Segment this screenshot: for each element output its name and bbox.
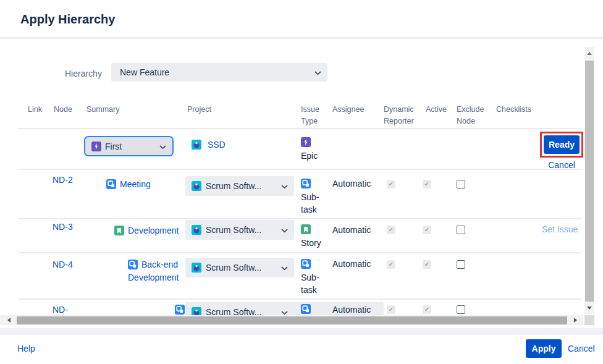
set-issue-link[interactable]: Set Issue (542, 224, 578, 234)
ready-button[interactable]: Ready (544, 135, 580, 154)
annotation-highlight-box: Ready (540, 132, 583, 158)
scroll-up-arrow-icon[interactable] (587, 52, 592, 55)
subtask-icon (106, 179, 120, 189)
summary-link[interactable]: Development (128, 226, 179, 235)
divider (19, 298, 581, 300)
issue-type-cell (301, 303, 329, 315)
chevron-down-icon (281, 181, 288, 191)
project-avatar-icon (192, 140, 205, 150)
column-header-checklists: Checklists (496, 104, 539, 116)
project-select[interactable]: Scrum Softw... (185, 176, 294, 196)
column-header-dynamic-reporter: Dynamic Reporter (384, 104, 420, 127)
issue-type-cell: Sub-task (301, 258, 329, 296)
hierarchy-label: Hierarchy (65, 69, 102, 78)
summary-link[interactable]: Meeting (120, 179, 151, 189)
dynamic-reporter-checkbox[interactable] (387, 226, 395, 234)
issue-type-label: Epic (301, 150, 329, 162)
divider (19, 128, 581, 129)
subtask-icon (301, 303, 314, 314)
column-header-exclude-node: Exclude Node (457, 104, 487, 127)
chevron-down-icon (281, 225, 288, 235)
project-select[interactable]: Scrum Softw... (185, 258, 294, 277)
exclude-node-checkbox[interactable] (457, 180, 465, 188)
assignee-value: Automatic (332, 305, 371, 315)
column-header-assignee: Assignee (332, 104, 369, 116)
help-link[interactable]: Help (17, 344, 35, 353)
epic-icon (91, 142, 105, 151)
dynamic-reporter-checkbox[interactable] (387, 260, 395, 269)
project-select-value: Scrum Softw... (206, 263, 281, 273)
divider (19, 218, 581, 219)
project-avatar-icon (192, 225, 201, 235)
vertical-scrollbar-thumb[interactable] (585, 61, 594, 302)
column-header-summary: Summary (86, 104, 130, 116)
divider (19, 252, 581, 253)
active-checkbox[interactable] (423, 226, 431, 234)
divider (19, 169, 581, 170)
exclude-node-checkbox[interactable] (457, 260, 465, 269)
column-header-project: Project (187, 104, 224, 116)
issue-type-cell: Sub-task (301, 178, 329, 216)
node-link[interactable]: ND- (53, 303, 76, 316)
project-select-value: Scrum Softw... (206, 181, 281, 191)
project-cell: SSD (192, 138, 226, 151)
apply-hierarchy-modal: Apply Hierarchy Hierarchy New Feature Li… (0, 0, 603, 364)
scroll-down-arrow-icon[interactable] (587, 307, 592, 310)
active-checkbox[interactable] (423, 180, 431, 188)
project-avatar-icon (192, 181, 201, 191)
issue-type-cell: Story (301, 224, 329, 249)
active-checkbox[interactable] (423, 260, 431, 269)
project-select-value: Scrum Softw... (206, 225, 281, 235)
column-header-link: Link (28, 104, 46, 116)
issue-type-cell: Epic (301, 137, 329, 162)
node-link[interactable]: ND-2 (53, 174, 76, 187)
exclude-node-checkbox[interactable] (457, 305, 465, 314)
header-divider (0, 37, 603, 39)
project-select[interactable]: Scrum Softw... (185, 220, 294, 240)
epic-icon (301, 137, 314, 147)
scroll-left-arrow-icon[interactable] (7, 318, 11, 323)
dynamic-reporter-checkbox[interactable] (387, 180, 395, 188)
summary-cell: Meeting (106, 178, 187, 191)
assignee-value: Automatic (332, 259, 371, 269)
project-avatar-icon (192, 263, 201, 273)
subtask-icon (128, 260, 141, 269)
assignee-value: Automatic (332, 179, 371, 188)
summary-select-value: First (105, 142, 159, 151)
column-header-node: Node (54, 104, 77, 116)
dynamic-reporter-checkbox[interactable] (387, 305, 395, 314)
story-icon (301, 224, 314, 234)
hierarchy-select-value: New Feature (120, 67, 314, 77)
horizontal-scrollbar-thumb[interactable] (17, 316, 567, 324)
node-link[interactable]: ND-4 (53, 258, 76, 271)
apply-button[interactable]: Apply (526, 339, 562, 358)
scrollbar-corner (584, 315, 594, 325)
issue-type-label: Sub-task (301, 191, 329, 216)
exclude-node-checkbox[interactable] (457, 226, 465, 234)
subtask-icon (301, 178, 314, 188)
cancel-link[interactable]: Cancel (568, 344, 595, 353)
page-title: Apply Hierarchy (20, 12, 115, 27)
story-icon (114, 226, 128, 235)
chevron-down-icon (159, 142, 166, 151)
scroll-right-arrow-icon[interactable] (574, 318, 577, 323)
assignee-value: Automatic (332, 225, 371, 235)
column-header-issue-type: Issue Type (301, 104, 326, 127)
summary-cell: Development (114, 224, 195, 237)
node-link[interactable]: ND-3 (53, 221, 76, 234)
footer-divider (0, 328, 603, 335)
issue-type-label: Sub-task (301, 271, 329, 296)
active-checkbox[interactable] (423, 305, 431, 314)
chevron-down-icon (314, 67, 321, 77)
summary-select-first[interactable]: First (84, 136, 174, 156)
project-link[interactable]: SSD (208, 140, 226, 150)
hierarchy-select[interactable]: New Feature (111, 63, 327, 82)
chevron-down-icon (281, 263, 288, 273)
column-header-active: Active (426, 104, 453, 116)
issue-type-label: Story (301, 237, 329, 249)
subtask-icon (301, 258, 314, 269)
